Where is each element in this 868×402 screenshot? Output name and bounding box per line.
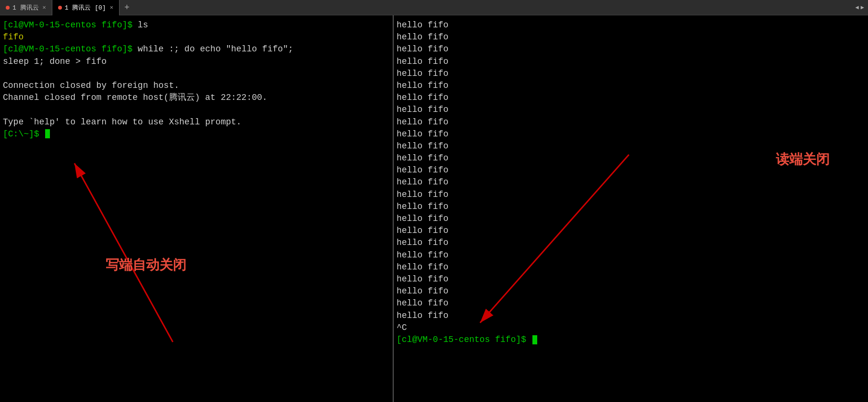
tab-nav-prev[interactable]: ◀ <box>856 4 859 11</box>
terminal-line-8: [C:\~]$ <box>3 128 390 140</box>
channel-closed: Channel closed from remote host(腾讯云) at … <box>3 93 267 102</box>
prompt-1: [cl@VM-0-15-centos fifo]$ <box>3 20 138 30</box>
left-terminal[interactable]: [cl@VM-0-15-centos fifo]$ ls fifo [cl@VM… <box>0 15 394 402</box>
hello-fifo-line: hello fifo <box>397 92 865 104</box>
hello-fifo-line: hello fifo <box>397 249 865 261</box>
prompt-2: [cl@VM-0-15-centos fifo]$ <box>3 44 138 54</box>
hello-fifo-line: hello fifo <box>397 104 865 116</box>
hello-fifo-line: hello fifo <box>397 43 865 55</box>
cursor-left <box>45 129 50 138</box>
cmd-2-cont: sleep 1; done > fifo <box>3 57 107 66</box>
tab-nav-next[interactable]: ▶ <box>861 4 864 11</box>
terminal-line-6: Channel closed from remote host(腾讯云) at … <box>3 92 390 104</box>
hello-fifo-line: hello fifo <box>397 189 865 201</box>
right-prompt-text: [cl@VM-0-15-centos fifo]$ <box>397 335 531 344</box>
tab-2-label: 1 腾讯云 [0] <box>65 3 106 12</box>
hello-fifo-line: hello fifo <box>397 310 865 322</box>
help-text: Type `help' to learn how to use Xshell p… <box>3 117 241 127</box>
cmd-2: while :; do echo "hello fifo"; <box>138 44 293 54</box>
write-end-arrow <box>74 163 173 342</box>
read-end-label: 读端关闭 <box>776 150 830 169</box>
tab-2-red-dot <box>58 6 62 10</box>
right-terminal[interactable]: hello fifohello fifohello fifohello fifo… <box>394 15 868 402</box>
hello-fifo-line: hello fifo <box>397 116 865 128</box>
ctrl-c-line: ^C <box>397 322 865 334</box>
terminal-line-7: Type `help' to learn how to use Xshell p… <box>3 116 390 128</box>
hello-fifo-line: hello fifo <box>397 297 865 309</box>
terminal-line-2: fifo <box>3 31 390 43</box>
hello-fifo-line: hello fifo <box>397 213 865 225</box>
terminal-blank-2 <box>3 104 390 116</box>
hello-fifo-line: hello fifo <box>397 201 865 213</box>
hello-fifo-line: hello fifo <box>397 285 865 297</box>
output-fifo: fifo <box>3 32 24 42</box>
hello-fifo-line: hello fifo <box>397 19 865 31</box>
hello-fifo-line: hello fifo <box>397 80 865 92</box>
terminal-blank-1 <box>3 68 390 80</box>
hello-fifo-line: hello fifo <box>397 56 865 68</box>
hello-fifo-line: hello fifo <box>397 273 865 285</box>
cmd-1: ls <box>138 20 148 30</box>
write-end-label: 写端自动关闭 <box>106 256 186 274</box>
tab-bar: 1 腾讯云 ✕ 1 腾讯云 [0] ✕ + ◀ ▶ <box>0 0 868 15</box>
hello-fifo-line: hello fifo <box>397 128 865 140</box>
left-terminal-content: [cl@VM-0-15-centos fifo]$ ls fifo [cl@VM… <box>3 19 390 140</box>
hello-fifo-line: hello fifo <box>397 176 865 188</box>
tab-2-tencent[interactable]: 1 腾讯云 [0] ✕ <box>52 0 120 15</box>
tab-1-red-dot <box>6 6 10 10</box>
tab-1-label: 1 腾讯云 <box>12 3 39 12</box>
terminal-line-5: Connection closed by foreign host. <box>3 80 390 92</box>
terminal-line-4: sleep 1; done > fifo <box>3 56 390 68</box>
main-area: [cl@VM-0-15-centos fifo]$ ls fifo [cl@VM… <box>0 15 868 402</box>
tab-1-tencent[interactable]: 1 腾讯云 ✕ <box>0 0 52 15</box>
tab-nav: ◀ ▶ <box>856 4 868 11</box>
conn-closed: Connection closed by foreign host. <box>3 81 179 90</box>
right-terminal-content: hello fifohello fifohello fifohello fifo… <box>397 19 865 346</box>
terminal-line-1: [cl@VM-0-15-centos fifo]$ ls <box>3 19 390 31</box>
hello-fifo-line: hello fifo <box>397 68 865 80</box>
tab-2-close[interactable]: ✕ <box>110 4 113 11</box>
add-tab-button[interactable]: + <box>120 3 134 12</box>
hello-fifo-line: hello fifo <box>397 31 865 43</box>
terminal-line-3: [cl@VM-0-15-centos fifo]$ while :; do ec… <box>3 43 390 55</box>
tab-1-close[interactable]: ✕ <box>43 4 46 11</box>
local-prompt: [C:\~]$ <box>3 129 44 139</box>
right-last-prompt: [cl@VM-0-15-centos fifo]$ <box>397 334 865 346</box>
hello-fifo-line: hello fifo <box>397 261 865 273</box>
hello-fifo-line: hello fifo <box>397 237 865 249</box>
hello-fifo-line: hello fifo <box>397 225 865 237</box>
cursor-right <box>532 335 537 344</box>
